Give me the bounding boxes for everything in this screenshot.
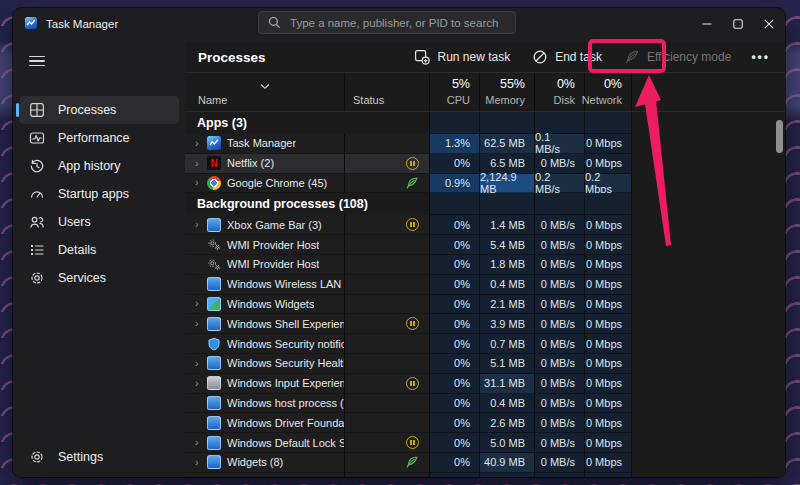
process-status-cell xyxy=(345,255,430,275)
column-header-memory[interactable]: 55%Memory xyxy=(480,73,535,111)
process-row[interactable]: ›Windows Security Health Servi...0%5.1 M… xyxy=(185,354,785,374)
column-header-status[interactable]: Status xyxy=(345,73,430,111)
expand-chevron-icon[interactable]: › xyxy=(195,318,207,329)
leaf-icon xyxy=(624,49,640,65)
hamburger-icon xyxy=(29,56,45,57)
process-row[interactable]: ›Windows Default Lock Screen ...0%5.0 MB… xyxy=(185,433,785,453)
sidebar-item-services[interactable]: Services xyxy=(19,264,179,292)
more-options-button[interactable]: ••• xyxy=(744,45,777,69)
sidebar-item-startup-apps[interactable]: Startup apps xyxy=(19,180,179,208)
process-name: Widgets (8) xyxy=(227,456,283,468)
row-spacer xyxy=(632,374,785,394)
process-row[interactable]: Windows Security notification ...0%0.7 M… xyxy=(185,334,785,354)
process-name: Xbox Game Bar (3) xyxy=(227,219,322,231)
column-header-network[interactable]: 0%Network xyxy=(585,73,632,111)
sidebar-item-settings[interactable]: Settings xyxy=(19,443,179,471)
sidebar-item-app-history[interactable]: App history xyxy=(19,152,179,180)
chevron-down-icon xyxy=(259,76,270,94)
cpu-value-cell: 0% xyxy=(430,275,480,295)
column-header-disk[interactable]: 0%Disk xyxy=(535,73,585,111)
disk-value-cell: 0 MB/s xyxy=(535,215,585,235)
memory-value-cell: 5.0 MB xyxy=(480,433,535,453)
scrollbar-thumb[interactable] xyxy=(776,120,783,153)
process-row[interactable]: Windows Wireless LAN 802.1...0%0.4 MB0 M… xyxy=(185,275,785,295)
expand-chevron-icon[interactable]: › xyxy=(195,219,207,230)
efficiency-mode-button[interactable]: Efficiency mode xyxy=(615,44,741,70)
minimize-button[interactable] xyxy=(691,8,722,39)
process-row[interactable]: ›Widgets (8)0%40.9 MB0 MB/s0 Mbps xyxy=(185,453,785,473)
memory-value-cell: 31.1 MB xyxy=(480,374,535,394)
group-header-row[interactable]: Background processes (108) xyxy=(185,193,785,215)
cpu-value-cell: 0% xyxy=(430,314,480,334)
row-spacer xyxy=(632,314,785,334)
process-row[interactable]: WMI Provider Host0%5.4 MB0 MB/s0 Mbps xyxy=(185,235,785,255)
process-name: Windows Input Experience (4) xyxy=(227,377,344,389)
minimize-icon xyxy=(701,18,713,30)
process-name-cell: ›Windows Input Experience (4) xyxy=(185,374,345,394)
network-value-cell: 0 Mbps xyxy=(585,413,632,433)
disk-value-cell: 0 MB/s xyxy=(535,394,585,414)
process-status-cell xyxy=(345,295,430,315)
value-cell xyxy=(535,473,585,477)
process-row[interactable]: ›Windows Widgets0%2.1 MB0 MB/s0 Mbps xyxy=(185,295,785,315)
gears-process-icon xyxy=(207,257,221,271)
row-spacer xyxy=(632,235,785,255)
cpu-value-cell: 0% xyxy=(430,394,480,414)
pause-status-icon xyxy=(406,377,419,390)
group-header-row[interactable]: Apps (3) xyxy=(185,112,785,134)
memory-value-cell: 2,124.9 MB xyxy=(480,174,535,194)
column-total-disk: 0% xyxy=(557,77,575,91)
network-value-cell: 0 Mbps xyxy=(585,215,632,235)
process-name-cell: WMI Provider Host xyxy=(185,235,345,255)
network-value-cell: 0 Mbps xyxy=(585,255,632,275)
sidebar-item-users[interactable]: Users xyxy=(19,208,179,236)
expand-chevron-icon[interactable]: › xyxy=(195,358,207,369)
expand-chevron-icon[interactable]: › xyxy=(195,177,207,188)
disk-value-cell: 0 MB/s xyxy=(535,374,585,394)
end-task-icon xyxy=(532,49,548,65)
end-task-button[interactable]: End task xyxy=(523,44,611,70)
task-manager-window: Task Manager Type a name, publisher, or … xyxy=(13,8,785,477)
memory-value-cell: 0.4 MB xyxy=(480,275,535,295)
run-new-task-button[interactable]: Run new task xyxy=(405,44,519,70)
expand-chevron-icon[interactable]: › xyxy=(195,298,207,309)
close-button[interactable] xyxy=(753,8,784,39)
disk-value-cell: 0 MB/s xyxy=(535,255,585,275)
widgets-process-icon xyxy=(207,297,221,311)
memory-value-cell: 1.8 MB xyxy=(480,255,535,275)
memory-value-cell: 3.9 MB xyxy=(480,314,535,334)
process-name-cell: ›Windows Widgets xyxy=(185,295,345,315)
menu-toggle-button[interactable] xyxy=(24,50,50,72)
sidebar-item-performance[interactable]: Performance xyxy=(19,124,179,152)
row-spacer xyxy=(632,275,785,295)
process-status-cell xyxy=(345,154,430,174)
expand-chevron-icon[interactable]: › xyxy=(195,138,207,149)
netflix-process-icon: N xyxy=(207,156,221,170)
search-input[interactable]: Type a name, publisher, or PID to search xyxy=(258,11,516,34)
process-row[interactable]: ›Windows Shell Experience Hos...0%3.9 MB… xyxy=(185,314,785,334)
process-row[interactable]: WMI Provider Host0%1.8 MB0 MB/s0 Mbps xyxy=(185,255,785,275)
expand-chevron-icon[interactable]: › xyxy=(195,158,207,169)
startup-apps-icon xyxy=(29,186,45,202)
process-row[interactable]: Windows host process (Rundll...0%0.4 MB0… xyxy=(185,394,785,414)
process-row[interactable]: ›Xbox Game Bar (3)0%1.4 MB0 MB/s0 Mbps xyxy=(185,215,785,235)
disk-value-cell: 0 MB/s xyxy=(535,334,585,354)
column-header-name[interactable]: Name xyxy=(185,73,345,111)
maximize-icon xyxy=(732,18,744,30)
expand-chevron-icon[interactable]: › xyxy=(195,457,207,468)
column-header-cpu[interactable]: 5%CPU xyxy=(430,73,480,111)
sidebar-item-label: Performance xyxy=(58,131,130,145)
expand-chevron-icon[interactable]: › xyxy=(195,378,207,389)
sidebar-item-label: App history xyxy=(58,159,121,173)
process-row[interactable]: ›Windows Input Experience (4)0%31.1 MB0 … xyxy=(185,374,785,394)
process-name: Windows Shell Experience Hos... xyxy=(227,318,344,330)
expand-chevron-icon[interactable]: › xyxy=(195,437,207,448)
process-row[interactable]: Windows Driver Foundation - ...0%2.6 MB0… xyxy=(185,413,785,433)
process-row[interactable]: ›Task Manager1.3%62.5 MB0.1 MB/s0 Mbps xyxy=(185,134,785,154)
sidebar-item-label: Services xyxy=(58,271,106,285)
maximize-button[interactable] xyxy=(722,8,753,39)
sidebar-item-details[interactable]: Details xyxy=(19,236,179,264)
sidebar-item-processes[interactable]: Processes xyxy=(19,96,179,124)
process-row[interactable]: ›Google Chrome (45)0.9%2,124.9 MB0.2 MB/… xyxy=(185,174,785,194)
disk-value-cell: 0 MB/s xyxy=(535,413,585,433)
